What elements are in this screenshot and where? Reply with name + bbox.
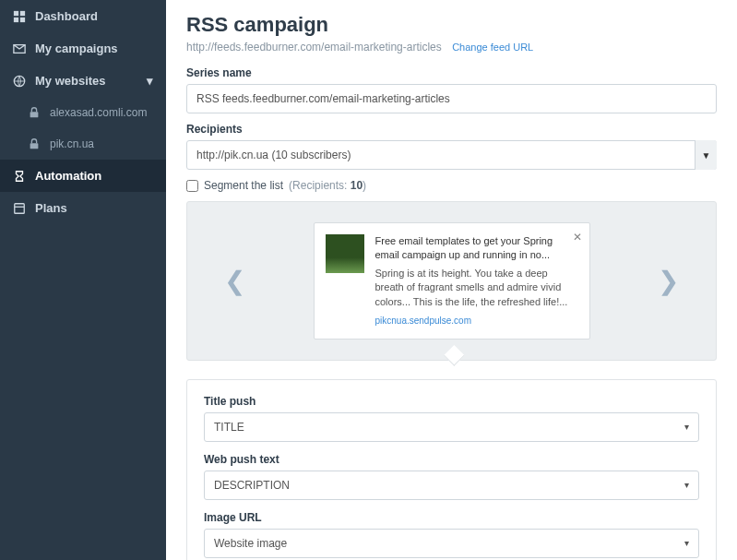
automation-icon (13, 170, 26, 183)
carousel-next-button[interactable]: ❯ (648, 256, 688, 305)
sidebar-item-campaigns[interactable]: My campaigns (0, 32, 166, 65)
recipients-dropdown-button[interactable]: ▼ (695, 140, 717, 170)
sidebar-item-dashboard[interactable]: Dashboard (0, 0, 166, 32)
lock-icon (28, 137, 41, 150)
recipients-label: Recipients (186, 123, 717, 136)
sidebar-label: pik.cn.ua (50, 137, 94, 150)
preview-title: Free email templates to get your Spring … (375, 234, 578, 263)
dashboard-icon (13, 10, 26, 23)
recipients-select[interactable]: http://pik.cn.ua (10 subscribers) (186, 140, 717, 170)
carousel-prev-button[interactable]: ❮ (215, 256, 255, 305)
chevron-down-icon: ▾ (147, 74, 153, 88)
preview-pointer (444, 345, 465, 366)
sidebar-label: Automation (35, 169, 101, 183)
change-feed-link[interactable]: Change feed URL (452, 42, 533, 53)
svg-rect-6 (30, 112, 39, 117)
websites-icon (13, 75, 26, 88)
preview-card: Free email templates to get your Spring … (314, 222, 590, 340)
caret-down-icon: ▾ (684, 480, 689, 490)
segment-checkbox[interactable] (186, 180, 198, 192)
sidebar: Dashboard My campaigns My websites ▾ ale… (0, 0, 166, 560)
feed-url-text: http://feeds.feedburner.com/email-market… (186, 41, 442, 54)
preview-carousel: ❮ Free email templates to get your Sprin… (186, 201, 717, 361)
sidebar-label: alexasad.comli.com (50, 106, 147, 119)
lock-icon (28, 106, 41, 119)
caret-down-icon: ▾ (684, 538, 689, 548)
sidebar-label: My websites (35, 74, 106, 88)
svg-rect-2 (14, 17, 18, 21)
svg-rect-3 (20, 17, 25, 21)
push-fields-panel: Title push TITLE▾ Web push text DESCRIPT… (186, 379, 717, 560)
image-url-label: Image URL (204, 511, 699, 524)
preview-body: Spring is at its height. You take a deep… (375, 267, 578, 309)
push-text-select[interactable]: DESCRIPTION▾ (204, 471, 699, 500)
sidebar-item-automation[interactable]: Automation (0, 160, 166, 192)
series-name-label: Series name (186, 66, 717, 79)
preview-thumbnail (326, 234, 364, 273)
sidebar-label: Dashboard (35, 9, 98, 23)
sidebar-item-site-2[interactable]: pik.cn.ua (0, 128, 166, 160)
preview-close-button[interactable]: ✕ (573, 231, 582, 244)
title-push-label: Title push (204, 395, 699, 408)
segment-label: Segment the list (204, 179, 283, 192)
preview-domain: pikcnua.sendpulse.com (375, 315, 578, 328)
sidebar-label: My campaigns (35, 42, 118, 55)
svg-rect-0 (14, 10, 18, 15)
svg-rect-1 (20, 10, 25, 15)
svg-rect-8 (15, 203, 25, 213)
plans-icon (13, 202, 26, 215)
caret-down-icon: ▾ (684, 422, 689, 432)
push-text-label: Web push text (204, 453, 699, 466)
title-push-select[interactable]: TITLE▾ (204, 412, 699, 442)
chevron-down-icon: ▼ (702, 150, 711, 161)
campaigns-icon (13, 42, 26, 55)
series-name-input[interactable] (186, 84, 717, 113)
sidebar-label: Plans (35, 201, 67, 215)
segment-suffix: (Recipients: 10) (289, 179, 366, 192)
sidebar-item-websites[interactable]: My websites ▾ (0, 65, 166, 97)
sidebar-item-plans[interactable]: Plans (0, 192, 166, 224)
svg-rect-7 (30, 143, 39, 149)
main-content: RSS campaign http://feeds.feedburner.com… (166, 0, 737, 560)
sidebar-item-site-1[interactable]: alexasad.comli.com (0, 97, 166, 128)
feed-url-row: http://feeds.feedburner.com/email-market… (186, 41, 717, 54)
image-url-select[interactable]: Website image▾ (204, 529, 699, 558)
page-title: RSS campaign (186, 13, 717, 37)
